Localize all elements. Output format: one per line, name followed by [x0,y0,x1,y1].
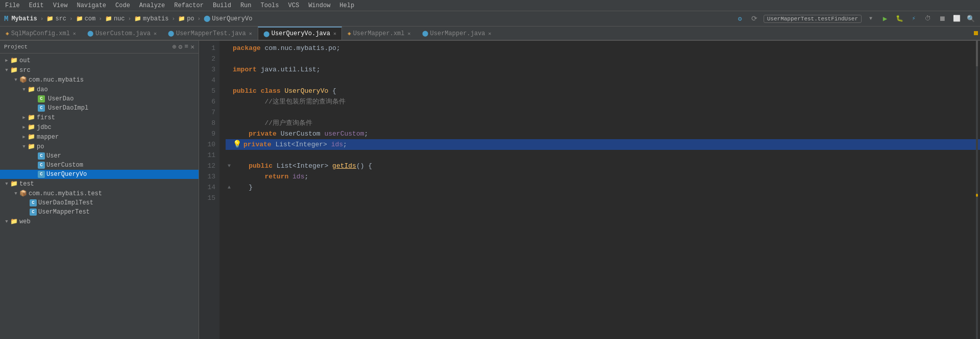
tab-close-usermapperxml[interactable]: ✕ [408,31,411,37]
arrow-src[interactable]: ▼ [3,68,10,73]
tree-item-test[interactable]: ▼ 📁 test [0,179,199,189]
breadcrumb-com[interactable]: 📁 com [76,15,96,22]
coverage-button[interactable]: ⚡ [909,14,919,24]
menu-help[interactable]: Help [337,1,356,10]
tree-item-po[interactable]: ▼ 📁 po [0,142,199,151]
code-line-7[interactable] [226,107,980,118]
code-line-15[interactable] [226,193,980,203]
tab-sqlmapconfig[interactable]: ◈ SqlMapConfig.xml ✕ [0,27,82,40]
var-ids-return: ids [292,171,304,182]
breadcrumb-mybatis[interactable]: 📁 mybatis [134,15,168,22]
arrow-first[interactable]: ▶ [20,115,28,120]
profile-button[interactable]: ⏱ [923,14,933,24]
tree-item-com-nuc-mybatis-test[interactable]: ▼ 📦 com.nuc.mybatis.test [0,189,199,198]
tab-close-usermapperjava[interactable]: ✕ [488,31,492,37]
menu-analyze[interactable]: Analyze [137,1,167,10]
tab-usercustom[interactable]: ⬤ UserCustom.java ✕ [82,27,162,40]
sidebar-scope-icon[interactable]: ⊕ [173,43,177,51]
tab-close-usercustom[interactable]: ✕ [154,31,157,37]
menu-window[interactable]: Window [306,1,332,10]
folder-icon-com-nuc-mybatis: 📦 [19,76,27,84]
tree-item-userdao[interactable]: C UserDao [0,94,199,103]
breadcrumb-project[interactable]: Mybatis [11,15,37,22]
run-button[interactable]: ▶ [880,14,890,24]
code-line-1[interactable]: package com.nuc.mybatis.po ; [226,43,980,54]
debug-button[interactable]: 🐛 [894,14,904,24]
code-line-3[interactable]: import java.util.List ; [226,64,980,75]
tree-item-src[interactable]: ▼ 📁 src [0,65,199,75]
arrow-com-nuc-mybatis[interactable]: ▼ [12,77,19,83]
code-line-4[interactable] [226,75,980,86]
tree-item-usermappertest[interactable]: C UserMapperTest [0,207,199,217]
code-line-2[interactable] [226,54,980,64]
tree-item-first[interactable]: ▶ 📁 first [0,113,199,122]
menu-navigate[interactable]: Navigate [75,1,108,10]
breadcrumb-po[interactable]: 📁 po [178,15,194,22]
menu-run[interactable]: Run [238,1,254,10]
kw-public-12: public [249,161,273,171]
menu-code[interactable]: Code [113,1,132,10]
arrow-web[interactable]: ▼ [3,219,10,224]
code-line-6[interactable]: //这里包装所需的查询条件 [226,96,980,107]
code-line-9[interactable]: private UserCustom userCustom ; [226,128,980,139]
kw-class: class [261,86,281,96]
tab-close-sqlmap[interactable]: ✕ [73,31,76,37]
menu-refactor[interactable]: Refactor [172,1,206,10]
breadcrumb-file[interactable]: ⬤ UserQueryVo [204,15,252,22]
code-line-8[interactable]: //用户查询条件 [226,118,980,128]
code-line-11[interactable] [226,150,980,161]
run-configuration-dropdown[interactable]: UserMapperTest.testFindUser [764,15,862,23]
code-line-12[interactable]: ▼ public List < Integer > getIds () { [226,161,980,171]
tab-close-usermappertest[interactable]: ✕ [249,31,252,37]
tree-item-web[interactable]: ▼ 📁 web [0,217,199,226]
stop-button[interactable]: ⏹ [937,14,947,24]
tree-item-com-nuc-mybatis[interactable]: ▼ 📦 com.nuc.mybatis [0,75,199,85]
tree-item-dao[interactable]: ▼ 📁 dao [0,85,199,94]
sidebar-close-icon[interactable]: ✕ [190,43,194,51]
project-tree: ▶ 📁 out ▼ 📁 src ▼ 📦 com.nuc.mybatis ▼ 📁 … [0,54,199,339]
menu-vcs[interactable]: VCS [286,1,302,10]
breadcrumb-src[interactable]: 📁 src [46,15,66,22]
tree-item-userdaoimpltest[interactable]: C UserDaoImplTest [0,198,199,207]
sync-icon[interactable]: ⟳ [749,14,760,24]
menu-build[interactable]: Build [211,1,233,10]
tree-item-usercustom[interactable]: C UserCustom [0,161,199,170]
sidebar-layout-icon[interactable]: ≡ [184,43,188,51]
search-everywhere-button[interactable]: 🔍 [966,14,976,24]
tree-item-mapper[interactable]: ▶ 📁 mapper [0,132,199,142]
menu-edit[interactable]: Edit [27,1,46,10]
arrow-com-nuc-mybatis-test[interactable]: ▼ [12,191,19,196]
code-line-14[interactable]: ▲ } [226,182,980,193]
tab-usermappertest[interactable]: ⬤ UserMapperTest.java ✕ [162,27,258,40]
arrow-test[interactable]: ▼ [3,181,10,187]
sidebar-settings-icon[interactable]: ⚙ [179,43,183,51]
code-line-5[interactable]: public class UserQueryVo { [226,86,980,96]
tree-item-jdbc[interactable]: ▶ 📁 jdbc [0,122,199,132]
menu-tools[interactable]: Tools [259,1,281,10]
tree-item-out[interactable]: ▶ 📁 out [0,56,199,65]
code-line-13[interactable]: return ids ; [226,171,980,182]
arrow-jdbc[interactable]: ▶ [20,124,28,130]
tab-usermapperxml[interactable]: ◈ UserMapper.xml ✕ [342,27,416,40]
window-restore[interactable]: ⬜ [951,14,962,24]
breadcrumb-nuc[interactable]: 📁 nuc [105,15,125,22]
code-editor[interactable]: 1 2 3 4 5 6 7 8 9 10 11 12 13 14 15 [199,41,980,339]
arrow-po[interactable]: ▼ [20,144,28,149]
tree-item-userdaoimpl[interactable]: C UserDaoImpl [0,103,199,113]
menu-file[interactable]: File [3,1,22,10]
menu-view[interactable]: View [51,1,70,10]
code-line-10[interactable]: 💡 private List < Integer > ids ; [226,139,980,150]
arrow-mapper[interactable]: ▶ [20,134,28,140]
arrow-dao[interactable]: ▼ [20,87,28,92]
tab-userqueryvo[interactable]: ⬤ UserQueryVo.java ✕ [258,27,342,40]
arrow-out[interactable]: ▶ [3,58,10,63]
tree-item-userqueryvo[interactable]: C UserQueryVo [0,170,199,179]
tab-close-userqueryvo[interactable]: ✕ [333,31,336,37]
build-icon[interactable]: ⚙ [735,14,745,24]
run-config-arrow[interactable]: ▼ [866,14,876,24]
folder-icon-po: 📁 [28,143,35,150]
tree-item-user[interactable]: C User [0,151,199,161]
folder-icon-src: 📁 [10,66,18,74]
tab-usermapperjava[interactable]: ⬤ UserMapper.java ✕ [416,27,497,40]
bulb-icon[interactable]: 💡 [233,139,241,150]
